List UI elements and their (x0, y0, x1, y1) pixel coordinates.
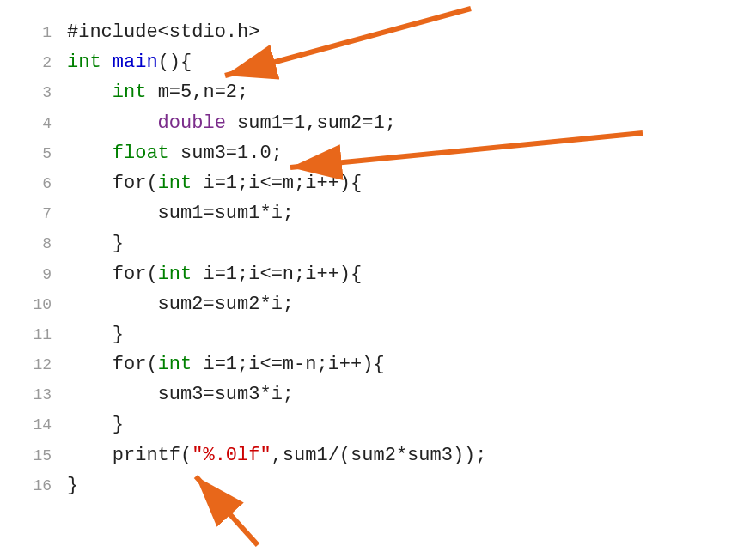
code-token: int (158, 354, 204, 375)
line-code: } (67, 319, 124, 349)
line-number: 16 (26, 474, 52, 499)
line-number: 9 (26, 263, 52, 288)
line-code: int main(){ (67, 47, 192, 77)
code-line: 6 for(int i=1;i<=m;i++){ (26, 168, 730, 198)
code-token: i=1;i<=n;i++){ (203, 264, 362, 285)
code-token: float (67, 143, 180, 164)
line-code: sum3=sum3*i; (67, 379, 294, 409)
line-code: } (67, 228, 124, 258)
code-token: "%.0lf" (192, 445, 271, 466)
code-token: i=1;i<=m;i++){ (203, 173, 362, 194)
line-code: } (67, 409, 124, 440)
code-token: } (67, 324, 124, 345)
code-token: int (158, 173, 204, 194)
line-number: 10 (26, 293, 52, 318)
code-token: i=1;i<=m-n;i++){ (203, 354, 384, 375)
code-line: 16} (26, 470, 730, 500)
code-line: 1#include<stdio.h> (26, 17, 730, 47)
code-line: 15 printf("%.0lf",sum1/(sum2*sum3)); (26, 440, 730, 470)
code-token: int (67, 52, 113, 73)
code-token: for( (67, 354, 158, 375)
code-line: 10 sum2=sum2*i; (26, 289, 730, 319)
code-token: int (158, 264, 204, 285)
code-token: sum1=1,sum2=1; (237, 112, 396, 134)
line-code: for(int i=1;i<=m-n;i++){ (67, 349, 385, 379)
line-number: 11 (26, 323, 52, 348)
code-line: 13 sum3=sum3*i; (26, 379, 730, 409)
code-line: 4 double sum1=1,sum2=1; (26, 108, 730, 138)
line-code: for(int i=1;i<=m;i++){ (67, 168, 362, 198)
code-token: double (67, 112, 237, 134)
code-token: m=5,n=2; (158, 82, 249, 103)
line-code: for(int i=1;i<=n;i++){ (67, 259, 362, 289)
line-number: 15 (26, 444, 52, 469)
code-line: 9 for(int i=1;i<=n;i++){ (26, 259, 730, 289)
code-token: int (67, 82, 158, 103)
line-code: sum1=sum1*i; (67, 198, 294, 228)
code-token: } (67, 414, 124, 435)
code-token: } (67, 475, 78, 496)
code-token: ,sum1/(sum2*sum3)); (271, 445, 487, 466)
line-number: 5 (26, 142, 52, 167)
code-token: sum2=sum2*i; (67, 294, 294, 315)
code-line: 14 } (26, 409, 730, 440)
line-number: 7 (26, 202, 52, 227)
code-line: 12 for(int i=1;i<=m-n;i++){ (26, 349, 730, 379)
line-code: double sum1=1,sum2=1; (67, 108, 396, 138)
line-number: 13 (26, 383, 52, 408)
code-token: printf( (67, 445, 192, 466)
code-line: 7 sum1=sum1*i; (26, 198, 730, 228)
line-code: int m=5,n=2; (67, 77, 248, 107)
line-number: 6 (26, 172, 52, 197)
line-number: 12 (26, 353, 52, 378)
code-token: for( (67, 173, 158, 194)
code-token: sum3=1.0; (180, 143, 283, 164)
line-number: 14 (26, 413, 52, 438)
code-token: sum1=sum1*i; (67, 203, 294, 224)
line-number: 2 (26, 51, 52, 76)
code-line: 3 int m=5,n=2; (26, 77, 730, 107)
code-token: for( (67, 264, 158, 285)
line-number: 1 (26, 21, 52, 45)
code-line: 5 float sum3=1.0; (26, 138, 730, 168)
code-token: #include<stdio.h> (67, 21, 259, 43)
code-line: 11 } (26, 319, 730, 349)
code-line: 2int main(){ (26, 47, 730, 77)
line-code: #include<stdio.h> (67, 17, 259, 47)
line-code: sum2=sum2*i; (67, 289, 294, 319)
code-line: 8 } (26, 228, 730, 258)
code-block: 1#include<stdio.h>2int main(){3 int m=5,… (0, 0, 756, 518)
code-token: } (67, 233, 124, 254)
line-number: 8 (26, 232, 52, 257)
line-code: } (67, 470, 78, 500)
line-number: 4 (26, 112, 52, 136)
line-code: float sum3=1.0; (67, 138, 283, 168)
code-token: main (113, 52, 158, 73)
code-token: sum3=sum3*i; (67, 384, 294, 405)
line-code: printf("%.0lf",sum1/(sum2*sum3)); (67, 440, 487, 470)
code-token: (){ (158, 52, 192, 73)
line-number: 3 (26, 81, 52, 106)
